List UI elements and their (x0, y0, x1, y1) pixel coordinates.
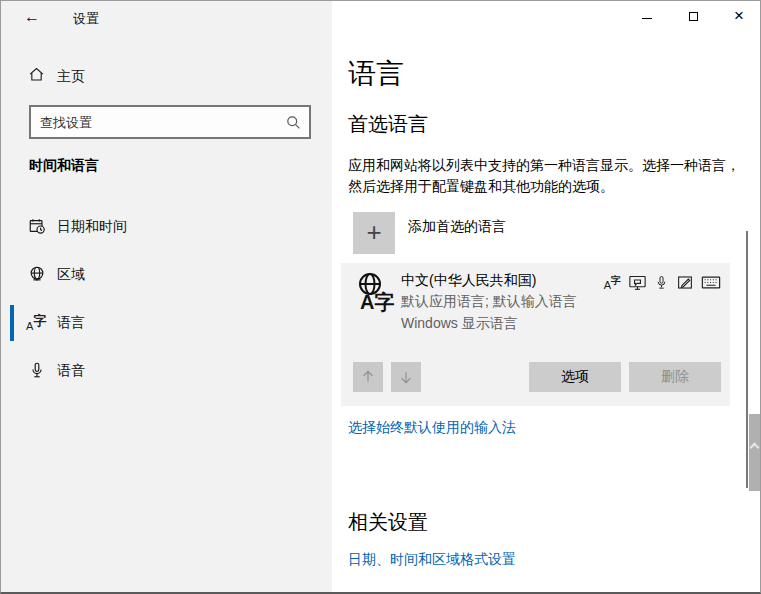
close-icon: × (734, 6, 744, 26)
sidebar-item-region[interactable]: 区域 (1, 255, 332, 295)
arrow-up-icon (360, 369, 376, 385)
sidebar-item-label: 区域 (57, 266, 85, 284)
close-button[interactable]: × (716, 1, 761, 31)
scrollbar-button[interactable] (749, 414, 761, 491)
date-time-region-format-link[interactable]: 日期、时间和区域格式设置 (348, 551, 516, 569)
plus-icon: + (366, 219, 381, 245)
sidebar-section-title: 时间和语言 (29, 157, 99, 175)
selected-accent-bar (10, 305, 14, 341)
keyboard-icon (701, 275, 721, 290)
sidebar-item-label: 日期和时间 (57, 218, 127, 236)
add-language-button[interactable]: + 添加首选的语言 (353, 212, 506, 254)
globe-icon (28, 265, 46, 283)
move-up-button[interactable] (353, 362, 383, 392)
sidebar-item-language[interactable]: A字 语言 (1, 303, 332, 343)
back-icon[interactable]: ← (24, 7, 40, 27)
handwriting-icon (676, 274, 694, 291)
settings-window: ← 设置 主页 时间和语言 (0, 0, 761, 594)
search-input[interactable] (31, 107, 309, 137)
text-language-icon: A字 (604, 274, 621, 291)
main-pane: × 语言 首选语言 应用和网站将以列表中支持的第一种语言显示。选择一种语言，然后… (332, 1, 761, 592)
language-card[interactable]: A字 中文(中华人民共和国) 默认应用语言; 默认输入语言 Windows 显示… (341, 263, 730, 406)
home-icon (28, 66, 45, 83)
speech-icon (654, 274, 669, 291)
language-status-line-1: 默认应用语言; 默认输入语言 (401, 293, 577, 311)
language-card-buttons: 选项 删除 (353, 362, 721, 392)
remove-button[interactable]: 删除 (629, 362, 721, 392)
sidebar-item-label: 语言 (57, 314, 85, 332)
options-button[interactable]: 选项 (529, 362, 621, 392)
svg-text:A字: A字 (360, 291, 394, 313)
move-down-button[interactable] (391, 362, 421, 392)
minimize-icon (642, 18, 652, 19)
add-language-label: 添加首选的语言 (408, 218, 506, 254)
sidebar-item-speech[interactable]: 语音 (1, 351, 332, 391)
sidebar-home-label: 主页 (57, 68, 85, 86)
default-input-method-link[interactable]: 选择始终默认使用的输入法 (348, 419, 516, 437)
display-language-icon (628, 274, 647, 291)
app-title: 设置 (73, 10, 99, 28)
language-feature-icons: A字 (604, 274, 721, 291)
page-title: 语言 (348, 55, 404, 93)
microphone-icon (28, 361, 46, 379)
arrow-down-icon (398, 369, 414, 385)
minimize-button[interactable] (624, 1, 670, 31)
language-icon: A字 (26, 312, 46, 332)
preferred-languages-heading: 首选语言 (348, 111, 428, 138)
calendar-clock-icon (28, 217, 46, 235)
maximize-button[interactable] (670, 1, 716, 31)
sidebar-item-label: 语音 (57, 362, 85, 380)
language-name: 中文(中华人民共和国) (401, 272, 536, 290)
add-language-square: + (353, 212, 395, 254)
search-box (29, 105, 311, 139)
language-status-line-2: Windows 显示语言 (401, 315, 518, 333)
language-globe-icon: A字 (355, 271, 395, 313)
chevron-up-icon (750, 443, 760, 453)
related-settings-heading: 相关设置 (348, 509, 428, 536)
sidebar-item-date-time[interactable]: 日期和时间 (1, 207, 332, 247)
scrollbar-thumb[interactable] (746, 231, 748, 488)
sidebar-item-home[interactable]: 主页 (1, 59, 332, 93)
search-icon (285, 114, 302, 131)
sidebar: ← 设置 主页 时间和语言 (1, 1, 332, 592)
window-controls: × (624, 1, 761, 31)
preferred-languages-description: 应用和网站将以列表中支持的第一种语言显示。选择一种语言，然后选择用于配置键盘和其… (348, 155, 750, 197)
maximize-icon (689, 12, 698, 21)
